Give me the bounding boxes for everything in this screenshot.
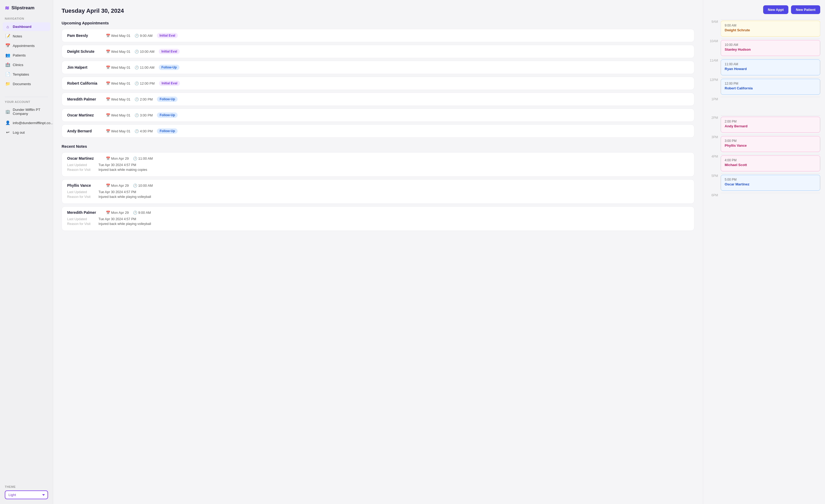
sidebar-item-appointments[interactable]: 📅 Appointments (3, 41, 50, 50)
theme-select[interactable]: Light Dark (5, 491, 48, 499)
patient-name: Andy Bernard (67, 129, 102, 133)
note-updated-value: Tue Apr 30 2024 4:57 PM (98, 217, 136, 221)
time-line: 5:00 PM Oscar Martinez (721, 173, 820, 193)
time-label: 11AM (708, 58, 718, 62)
note-updated-label: Last Updated (67, 163, 96, 167)
calendar-appt-block[interactable]: 2:00 PM Andy Bernard (721, 117, 820, 133)
page-title: Tuesday April 30, 2024 (62, 7, 694, 14)
sidebar-item-templates[interactable]: 📄 Templates (3, 70, 50, 79)
sidebar-item-dashboard[interactable]: ⌂ Dashboard (3, 22, 50, 31)
notes-icon: 📝 (5, 34, 10, 38)
appointment-row[interactable]: Meredith Palmer 📅 Wed May 01 🕐 2:00 PM F… (62, 93, 694, 106)
time-line: 10:00 AM Stanley Hudson (721, 39, 820, 58)
appt-time-label: 5:00 PM (725, 178, 816, 181)
appointment-row[interactable]: Robert California 📅 Wed May 01 🕐 12:00 P… (62, 77, 694, 90)
appointment-row[interactable]: Jim Halpert 📅 Wed May 01 🕐 11:00 AM Foll… (62, 61, 694, 74)
appointments-icon: 📅 (5, 43, 10, 48)
calendar-appt-block[interactable]: 12:00 PM Robert California (721, 79, 820, 95)
sidebar-divider (5, 97, 48, 97)
appt-patient-name: Stanley Hudson (725, 48, 816, 52)
new-patient-button[interactable]: New Patient (791, 5, 820, 14)
appointment-row[interactable]: Oscar Martinez 📅 Wed May 01 🕐 3:00 PM Fo… (62, 108, 694, 122)
calendar-panel: New Appt New Patient 9AM 9:00 AM Dwight … (703, 0, 825, 504)
note-updated-value: Tue Apr 30 2024 4:57 PM (98, 163, 136, 167)
time-slot-12pm: 12PM 12:00 PM Robert California (708, 77, 820, 97)
note-reason-label: Reason for Visit (67, 195, 96, 199)
time-label: 3PM (708, 135, 718, 139)
time-slot-2pm: 2PM 2:00 PM Andy Bernard (708, 115, 820, 135)
time-line (721, 97, 820, 98)
patient-name: Pam Beesly (67, 33, 102, 38)
appointment-row[interactable]: Pam Beesly 📅 Wed May 01 🕐 9:00 AM Initia… (62, 29, 694, 42)
note-time: 🕐 10:00 AM (133, 184, 153, 187)
sidebar-item-logout[interactable]: ↩ Log out (3, 128, 50, 137)
note-row[interactable]: Oscar Martinez 📅 Mon Apr 29 🕐 11:00 AM L… (62, 152, 694, 177)
sidebar-item-notes[interactable]: 📝 Notes (3, 31, 50, 40)
documents-icon: 📁 (5, 81, 10, 86)
note-patient-name: Meredith Palmer (67, 211, 102, 215)
appt-time: 🕐 3:00 PM (135, 113, 153, 117)
account-menu: 🏢 Dunder Mifflin PT Company 👤 info@dunde… (0, 105, 53, 137)
note-row[interactable]: Phyllis Vance 📅 Mon Apr 29 🕐 10:00 AM La… (62, 179, 694, 204)
time-line: 11:00 AM Ryan Howard (721, 58, 820, 77)
appt-date: 📅 Wed May 01 (106, 129, 130, 133)
note-header: Oscar Martinez 📅 Mon Apr 29 🕐 11:00 AM (67, 156, 689, 161)
note-date: 📅 Mon Apr 29 (106, 157, 129, 161)
calendar-appt-block[interactable]: 5:00 PM Oscar Martinez (721, 175, 820, 191)
home-icon: ⌂ (5, 24, 10, 29)
note-row[interactable]: Meredith Palmer 📅 Mon Apr 29 🕐 9:00 AM L… (62, 206, 694, 231)
appt-badge: Follow-Up (157, 129, 177, 134)
time-slot-5pm: 5PM 5:00 PM Oscar Martinez (708, 173, 820, 193)
patient-name: Dwight Schrute (67, 49, 102, 54)
time-line: 3:00 PM Phyllis Vance (721, 135, 820, 154)
appt-time-label: 12:00 PM (725, 82, 816, 85)
note-time: 🕐 9:00 AM (133, 211, 151, 215)
calendar-appt-block[interactable]: 10:00 AM Stanley Hudson (721, 40, 820, 56)
note-header: Meredith Palmer 📅 Mon Apr 29 🕐 9:00 AM (67, 211, 689, 215)
new-appt-button[interactable]: New Appt (763, 5, 789, 14)
appt-badge: Initial Eval (157, 33, 178, 38)
patient-name: Meredith Palmer (67, 97, 102, 101)
appt-badge: Initial Eval (159, 49, 180, 54)
note-date: 📅 Mon Apr 29 (106, 184, 129, 187)
calendar-appt-block[interactable]: 4:00 PM Michael Scott (721, 155, 820, 171)
appt-time: 🕐 12:00 PM (135, 81, 154, 85)
note-reason-value: Injured back while making copies (98, 168, 147, 172)
appointment-row[interactable]: Andy Bernard 📅 Wed May 01 🕐 4:00 PM Foll… (62, 124, 694, 138)
sidebar-item-company[interactable]: 🏢 Dunder Mifflin PT Company (3, 105, 50, 118)
appt-patient-name: Robert California (725, 86, 816, 90)
sidebar-item-documents[interactable]: 📁 Documents (3, 79, 50, 88)
patient-name: Oscar Martinez (67, 113, 102, 117)
appt-date: 📅 Wed May 01 (106, 97, 130, 101)
sidebar-item-label: Clinics (13, 63, 23, 67)
appointment-row[interactable]: Dwight Schrute 📅 Wed May 01 🕐 10:00 AM I… (62, 45, 694, 58)
appt-time-label: 2:00 PM (725, 119, 816, 123)
appt-date: 📅 Wed May 01 (106, 50, 130, 54)
calendar-appt-block[interactable]: 3:00 PM Phyllis Vance (721, 136, 820, 152)
note-patient-name: Oscar Martinez (67, 156, 102, 161)
note-updated-value: Tue Apr 30 2024 4:57 PM (98, 190, 136, 194)
calendar-appt-block[interactable]: 11:00 AM Ryan Howard (721, 60, 820, 75)
calendar-appt-block[interactable]: 9:00 AM Dwight Schrute (721, 21, 820, 36)
appt-patient-name: Dwight Schrute (725, 28, 816, 32)
calendar-action-bar: New Appt New Patient (708, 5, 820, 14)
sidebar-item-clinics[interactable]: 🏥 Clinics (3, 60, 50, 69)
patients-icon: 👥 (5, 53, 10, 58)
appt-badge: Follow-Up (157, 112, 177, 118)
sidebar-item-email[interactable]: 👤 info@dundermifflinpt.co... (3, 118, 50, 127)
sidebar: ≋ Slipstream Navigation ⌂ Dashboard 📝 No… (0, 0, 53, 504)
clinics-icon: 🏥 (5, 62, 10, 67)
note-reason-row: Reason for Visit Injured back while play… (67, 195, 689, 199)
appt-date: 📅 Wed May 01 (106, 34, 130, 38)
time-slot-11am: 11AM 11:00 AM Ryan Howard (708, 58, 820, 77)
appt-time-label: 11:00 AM (725, 62, 816, 66)
company-icon: 🏢 (5, 109, 10, 114)
appt-date: 📅 Wed May 01 (106, 66, 130, 70)
sidebar-item-label: Log out (13, 131, 25, 135)
sidebar-item-label: Templates (13, 72, 29, 76)
sidebar-item-patients[interactable]: 👥 Patients (3, 51, 50, 60)
appt-date: 📅 Wed May 01 (106, 113, 130, 117)
note-date: 📅 Mon Apr 29 (106, 211, 129, 215)
appt-time-label: 3:00 PM (725, 139, 816, 143)
note-updated-label: Last Updated (67, 217, 96, 221)
